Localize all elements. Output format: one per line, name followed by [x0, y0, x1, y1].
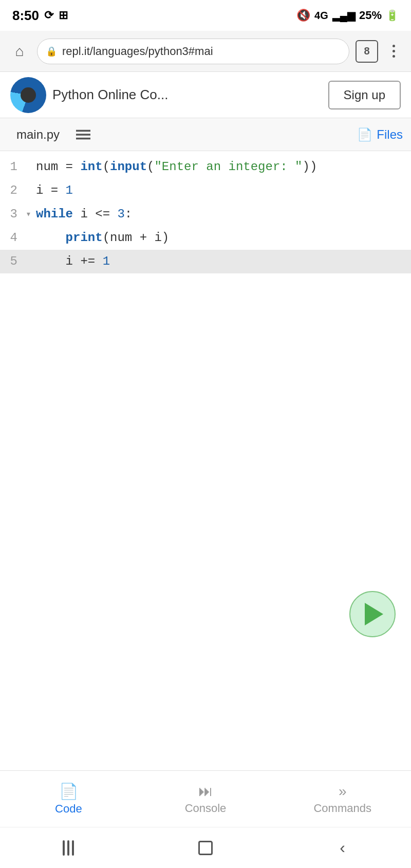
code-nav-label: Code [55, 802, 82, 816]
battery-icon: 🔋 [386, 9, 399, 22]
svg-rect-0 [76, 130, 90, 132]
bottom-nav: 📄 Code ⏭ Console » Commands [0, 770, 411, 827]
commands-nav-icon: » [339, 783, 347, 800]
status-bar: 8:50 ⟳ ⊞ 🔇 4G ▂▄▆ 25% 🔋 [0, 0, 411, 31]
home-icon: ⌂ [15, 43, 24, 60]
code-content-2: i = 1 [36, 181, 411, 200]
main-content: main.py 📄 Files 1 num = int(input("Enter… [0, 118, 411, 838]
sys-nav-back[interactable]: ‹ [327, 833, 358, 863]
code-content-5: i += 1 [36, 252, 411, 271]
recents-icon [63, 840, 74, 856]
line-num-2: 2 [0, 181, 26, 200]
menu-dot-1 [393, 45, 395, 47]
line-num-4: 4 [0, 228, 26, 248]
run-button-container [349, 591, 396, 637]
signal-icon: ▂▄▆ [332, 9, 355, 22]
nav-item-code[interactable]: 📄 Code [0, 771, 137, 827]
line-num-3: 3 [0, 205, 26, 224]
tab-count-button[interactable]: 8 [356, 40, 378, 63]
status-time: 8:50 [12, 8, 39, 24]
files-label: Files [377, 127, 403, 142]
signup-button[interactable]: Sign up [328, 81, 401, 109]
battery-text: 25% [359, 9, 382, 22]
editor-tabs: main.py 📄 Files [0, 118, 411, 151]
system-nav: ‹ [0, 827, 411, 868]
lock-icon: 🔒 [46, 46, 57, 57]
files-button[interactable]: 📄 Files [357, 127, 403, 142]
url-text: repl.it/languages/python3#mai [62, 45, 341, 58]
home-sys-icon [198, 841, 213, 855]
code-line-4: 4 print(num + i) [0, 226, 411, 250]
svg-rect-2 [76, 137, 90, 139]
browser-menu-button[interactable] [384, 40, 403, 63]
console-nav-icon: ⏭ [198, 783, 213, 800]
app-header: Python Online Co... Sign up [0, 72, 411, 118]
home-button[interactable]: ⌂ [8, 40, 31, 63]
nav-item-commands[interactable]: » Commands [274, 771, 411, 827]
status-icon-1: ⟳ [44, 9, 53, 22]
svg-rect-1 [76, 134, 90, 136]
tab-menu-button[interactable] [72, 123, 95, 146]
code-editor[interactable]: 1 num = int(input("Enter an integer: "))… [0, 151, 411, 278]
code-line-3: 3 ▾ while i <= 3: [0, 202, 411, 226]
menu-dot-3 [393, 55, 395, 58]
code-nav-icon: 📄 [59, 782, 78, 800]
nav-item-console[interactable]: ⏭ Console [137, 771, 274, 827]
back-arrow-icon: ‹ [340, 838, 345, 857]
status-left: 8:50 ⟳ ⊞ [12, 8, 68, 24]
sys-nav-recents[interactable] [53, 833, 84, 863]
commands-nav-label: Commands [313, 802, 371, 815]
status-right: 🔇 4G ▂▄▆ 25% 🔋 [296, 9, 399, 22]
hamburger-icon [76, 127, 90, 142]
tab-filename[interactable]: main.py [8, 123, 68, 146]
app-logo-inner [21, 87, 36, 103]
tab-count-label: 8 [364, 45, 369, 57]
line-num-1: 1 [0, 157, 26, 177]
network-icon: 4G [314, 10, 328, 22]
line-num-5: 5 [0, 252, 26, 271]
app-name: Python Online Co... [52, 87, 168, 103]
app-logo [10, 77, 46, 113]
url-bar[interactable]: 🔒 repl.it/languages/python3#mai [37, 39, 349, 64]
console-nav-label: Console [185, 802, 227, 815]
run-button[interactable] [349, 591, 396, 637]
app-logo-area: Python Online Co... [10, 77, 168, 113]
file-icon: 📄 [357, 127, 372, 142]
code-content-3: while i <= 3: [36, 205, 411, 224]
code-content-4: print(num + i) [36, 228, 411, 248]
mute-icon: 🔇 [296, 9, 310, 22]
code-line-5: 5 i += 1 [0, 250, 411, 273]
fold-arrow-3: ▾ [26, 207, 36, 222]
sys-nav-home[interactable] [190, 833, 221, 863]
code-content-1: num = int(input("Enter an integer: ")) [36, 157, 411, 177]
status-icon-2: ⊞ [59, 9, 68, 22]
code-line-2: 2 i = 1 [0, 179, 411, 202]
play-icon [365, 603, 383, 625]
code-line-1: 1 num = int(input("Enter an integer: ")) [0, 155, 411, 179]
menu-dot-2 [393, 50, 395, 52]
browser-bar: ⌂ 🔒 repl.it/languages/python3#mai 8 [0, 31, 411, 72]
